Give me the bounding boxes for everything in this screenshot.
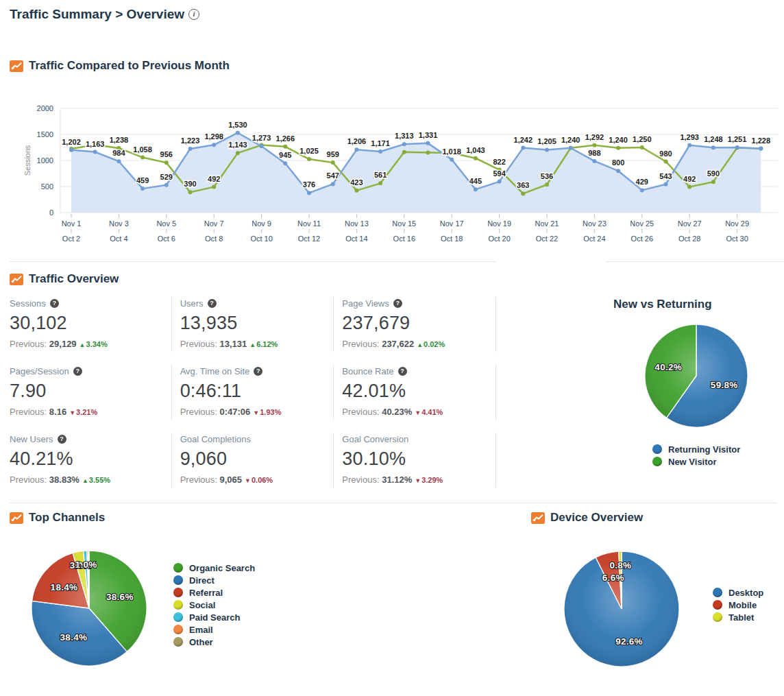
pie-label: 59.8% xyxy=(711,380,738,390)
data-point[interactable] xyxy=(260,144,264,148)
data-point[interactable] xyxy=(93,150,97,154)
data-point[interactable] xyxy=(426,151,430,155)
data-point[interactable] xyxy=(402,150,406,154)
top-channels-pie[interactable]: 38.6%38.4%18.4%3.0%1.0% xyxy=(27,547,151,670)
data-point[interactable] xyxy=(640,188,644,192)
data-point[interactable] xyxy=(545,182,549,187)
data-point[interactable] xyxy=(474,156,478,160)
data-point[interactable] xyxy=(378,181,382,185)
help-icon[interactable]: ? xyxy=(393,299,402,308)
data-point[interactable] xyxy=(592,143,596,147)
x-tick-label: Oct 22 xyxy=(536,235,558,243)
data-label: 1,242 xyxy=(514,136,533,144)
data-point[interactable] xyxy=(188,147,193,151)
data-point[interactable] xyxy=(450,158,454,162)
data-point[interactable] xyxy=(140,187,145,191)
help-icon[interactable]: ? xyxy=(58,435,66,444)
change-badge: ▲6.12% xyxy=(249,340,278,348)
top-channels-legend: Organic SearchDirectReferralSocialPaid S… xyxy=(173,563,255,647)
x-tick-label: Nov 3 xyxy=(109,219,129,228)
help-icon[interactable]: ? xyxy=(398,367,407,376)
x-tick-label: Nov 9 xyxy=(252,219,271,228)
divider xyxy=(606,261,784,262)
data-point[interactable] xyxy=(331,160,335,165)
metric-pages-session: Pages/Session? 7.90 Previous: 8.16▼3.21% xyxy=(10,365,172,420)
data-label: 988 xyxy=(588,149,600,157)
x-tick-label: Nov 27 xyxy=(678,219,702,228)
data-point[interactable] xyxy=(164,183,169,187)
new-vs-returning-pie[interactable]: 59.8%40.2% xyxy=(637,317,755,435)
data-point[interactable] xyxy=(236,151,240,155)
data-point[interactable] xyxy=(354,189,358,193)
data-point[interactable] xyxy=(545,147,549,152)
data-point[interactable] xyxy=(354,147,358,152)
analytics-icon xyxy=(10,512,23,524)
traffic-trend-chart[interactable]: 0500100015002000SessionsNov 1Nov 3Nov 5N… xyxy=(0,103,784,247)
legend-label: Referral xyxy=(189,588,223,598)
data-point[interactable] xyxy=(711,180,715,184)
metric-label: Page Views xyxy=(342,298,389,309)
data-label: 390 xyxy=(184,180,196,188)
data-point[interactable] xyxy=(521,146,525,150)
data-label: 1,171 xyxy=(371,139,390,147)
data-label: 1,273 xyxy=(252,134,271,142)
data-point[interactable] xyxy=(236,131,240,135)
data-label: 492 xyxy=(683,175,696,183)
data-point[interactable] xyxy=(521,191,525,195)
data-point[interactable] xyxy=(664,182,668,187)
data-point[interactable] xyxy=(711,145,715,149)
help-icon[interactable]: ? xyxy=(73,367,82,376)
data-point[interactable] xyxy=(283,145,287,149)
data-point[interactable] xyxy=(378,149,382,154)
device-overview-pie[interactable]: 92.6%6.6%0.8% xyxy=(560,547,683,671)
legend-label: Mobile xyxy=(728,600,757,610)
data-point[interactable] xyxy=(212,185,216,189)
data-label: 1,292 xyxy=(585,133,604,141)
legend-label: Returning Visitor xyxy=(668,444,740,455)
analytics-icon xyxy=(10,60,23,72)
data-point[interactable] xyxy=(140,156,145,160)
data-point[interactable] xyxy=(212,143,216,147)
metric-avg-time: Avg. Time on Site? 0:46:11 Previous: 0:4… xyxy=(172,365,334,420)
info-icon[interactable]: i xyxy=(188,9,199,20)
data-label: 1,238 xyxy=(110,136,129,144)
data-point[interactable] xyxy=(426,141,430,145)
metric-value: 0:46:11 xyxy=(180,381,327,402)
data-point[interactable] xyxy=(188,190,193,194)
data-point[interactable] xyxy=(616,146,620,150)
data-point[interactable] xyxy=(164,160,169,165)
x-tick-label: Oct 12 xyxy=(298,235,320,243)
data-point[interactable] xyxy=(759,147,763,151)
data-point[interactable] xyxy=(735,145,739,149)
data-point[interactable] xyxy=(664,160,668,164)
x-tick-label: Oct 14 xyxy=(345,235,367,243)
data-point[interactable] xyxy=(474,187,478,191)
data-point[interactable] xyxy=(592,159,596,163)
data-point[interactable] xyxy=(307,157,311,161)
y-tick-label: 0 xyxy=(49,208,53,217)
data-label: 492 xyxy=(208,175,220,183)
data-point[interactable] xyxy=(498,180,502,184)
trend-arrow-icon: ▲ xyxy=(417,341,423,348)
data-point[interactable] xyxy=(640,145,644,149)
data-point[interactable] xyxy=(69,148,73,152)
data-label: 1,223 xyxy=(181,136,200,145)
data-point[interactable] xyxy=(616,169,620,173)
data-point[interactable] xyxy=(283,161,287,165)
data-point[interactable] xyxy=(687,185,691,189)
legend-dot-icon xyxy=(173,637,183,647)
data-point[interactable] xyxy=(402,142,406,146)
legend-item: Email xyxy=(173,625,255,634)
data-point[interactable] xyxy=(117,159,121,163)
data-point[interactable] xyxy=(307,191,311,195)
help-icon[interactable]: ? xyxy=(254,367,262,376)
data-point[interactable] xyxy=(331,182,335,186)
data-point[interactable] xyxy=(569,146,573,150)
x-tick-label: Nov 5 xyxy=(156,219,176,228)
x-tick-label: Oct 16 xyxy=(393,235,415,243)
metric-sessions: Sessions? 30,102 Previous: 29,129▲3.34% xyxy=(10,297,172,352)
data-point[interactable] xyxy=(687,143,691,147)
data-label: 376 xyxy=(303,180,315,189)
help-icon[interactable]: ? xyxy=(208,299,217,308)
help-icon[interactable]: ? xyxy=(50,299,59,308)
